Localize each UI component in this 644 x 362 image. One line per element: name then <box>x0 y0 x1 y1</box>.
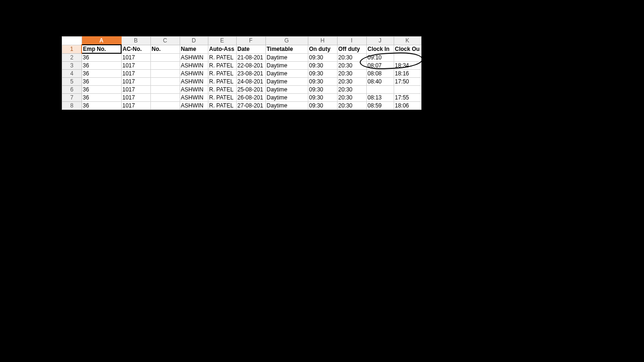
cell[interactable] <box>150 78 180 86</box>
cell-J1[interactable]: Clock In <box>366 45 394 53</box>
grid-table[interactable]: A B C D E F G H I J K 1 Emp No. AC-No. N… <box>62 36 421 110</box>
cell-I1[interactable]: Off duty <box>337 45 366 53</box>
cell[interactable] <box>150 70 180 78</box>
cell-C1[interactable]: No. <box>150 45 180 53</box>
cell[interactable]: 1017 <box>121 94 150 102</box>
cell[interactable] <box>394 86 421 94</box>
cell[interactable]: 26-08-201 <box>236 94 265 102</box>
cell[interactable]: R. PATEL <box>208 94 236 102</box>
cell-G1[interactable]: Timetable <box>265 45 308 53</box>
cell[interactable]: 09:30 <box>308 94 337 102</box>
cell[interactable]: 09:30 <box>308 70 337 78</box>
cell[interactable]: R. PATEL <box>208 102 236 110</box>
cell[interactable]: ASHWIN <box>180 102 208 110</box>
cell-F1[interactable]: Date <box>236 45 265 53</box>
cell[interactable]: 36 <box>82 86 121 94</box>
cell[interactable]: 36 <box>82 62 121 70</box>
cell[interactable]: 17:55 <box>394 94 421 102</box>
col-header-K[interactable]: K <box>394 37 421 45</box>
col-header-I[interactable]: I <box>337 37 366 45</box>
col-header-H[interactable]: H <box>308 37 337 45</box>
cell[interactable]: 09:30 <box>308 86 337 94</box>
cell[interactable]: 36 <box>82 53 121 62</box>
cell-K1[interactable]: Clock Ou <box>394 45 421 53</box>
cell[interactable]: 08:08 <box>366 70 394 78</box>
cell[interactable]: R. PATEL <box>208 62 236 70</box>
cell[interactable]: 1017 <box>121 53 150 62</box>
cell[interactable]: ASHWIN <box>180 78 208 86</box>
cell[interactable]: 36 <box>82 102 121 110</box>
cell[interactable]: ASHWIN <box>180 94 208 102</box>
col-header-F[interactable]: F <box>236 37 265 45</box>
cell-B1[interactable]: AC-No. <box>121 45 150 53</box>
cell[interactable]: 17:50 <box>394 78 421 86</box>
cell[interactable]: 18:34 <box>394 62 421 70</box>
cell[interactable]: 09:10 <box>366 53 394 62</box>
cell[interactable]: 1017 <box>121 102 150 110</box>
cell[interactable]: 23-08-201 <box>236 70 265 78</box>
cell-D1[interactable]: Name <box>180 45 208 53</box>
cell[interactable]: 36 <box>82 70 121 78</box>
cell[interactable]: 20:30 <box>337 94 366 102</box>
cell[interactable]: 20:30 <box>337 53 366 62</box>
cell[interactable]: 09:30 <box>308 53 337 62</box>
cell[interactable]: 18:16 <box>394 70 421 78</box>
row-header-4[interactable]: 4 <box>62 70 82 78</box>
cell[interactable]: 20:30 <box>337 62 366 70</box>
cell[interactable]: 1017 <box>121 86 150 94</box>
cell[interactable]: Daytime <box>265 53 308 62</box>
cell[interactable]: 36 <box>82 78 121 86</box>
cell[interactable]: Daytime <box>265 86 308 94</box>
cell[interactable]: R. PATEL <box>208 78 236 86</box>
cell[interactable]: Daytime <box>265 102 308 110</box>
cell[interactable] <box>394 53 421 62</box>
cell[interactable]: 20:30 <box>337 86 366 94</box>
cell[interactable]: R. PATEL <box>208 70 236 78</box>
col-header-C[interactable]: C <box>150 37 180 45</box>
cell[interactable]: 08:07 <box>366 62 394 70</box>
cell[interactable]: 25-08-201 <box>236 86 265 94</box>
cell[interactable]: 20:30 <box>337 78 366 86</box>
row-header-5[interactable]: 5 <box>62 78 82 86</box>
cell-H1[interactable]: On duty <box>308 45 337 53</box>
cell[interactable]: 08:59 <box>366 102 394 110</box>
cell-A1[interactable]: Emp No. <box>82 45 121 53</box>
cell[interactable]: 09:30 <box>308 102 337 110</box>
cell[interactable]: Daytime <box>265 62 308 70</box>
col-header-J[interactable]: J <box>366 37 394 45</box>
cell[interactable]: 08:40 <box>366 78 394 86</box>
cell[interactable]: 1017 <box>121 62 150 70</box>
cell[interactable]: 21-08-201 <box>236 53 265 62</box>
cell[interactable]: 09:30 <box>308 78 337 86</box>
cell[interactable]: R. PATEL <box>208 86 236 94</box>
cell[interactable]: 18:06 <box>394 102 421 110</box>
col-header-G[interactable]: G <box>265 37 308 45</box>
cell[interactable]: ASHWIN <box>180 53 208 62</box>
select-all-corner[interactable] <box>62 37 82 45</box>
row-header-7[interactable]: 7 <box>62 94 82 102</box>
row-header-3[interactable]: 3 <box>62 62 82 70</box>
cell[interactable] <box>150 62 180 70</box>
cell-E1[interactable]: Auto-Ass <box>208 45 236 53</box>
spreadsheet[interactable]: A B C D E F G H I J K 1 Emp No. AC-No. N… <box>62 36 421 110</box>
cell[interactable]: 1017 <box>121 70 150 78</box>
cell[interactable] <box>150 86 180 94</box>
row-header-8[interactable]: 8 <box>62 102 82 110</box>
cell[interactable]: 27-08-201 <box>236 102 265 110</box>
cell[interactable] <box>150 94 180 102</box>
cell[interactable]: 36 <box>82 94 121 102</box>
cell[interactable]: 09:30 <box>308 62 337 70</box>
cell[interactable]: 22-08-201 <box>236 62 265 70</box>
row-header-6[interactable]: 6 <box>62 86 82 94</box>
cell[interactable]: Daytime <box>265 70 308 78</box>
cell[interactable]: R. PATEL <box>208 53 236 62</box>
cell[interactable]: 1017 <box>121 78 150 86</box>
cell[interactable]: ASHWIN <box>180 86 208 94</box>
cell[interactable] <box>366 86 394 94</box>
cell[interactable] <box>150 53 180 62</box>
cell[interactable] <box>150 102 180 110</box>
row-header-1[interactable]: 1 <box>62 45 82 53</box>
col-header-D[interactable]: D <box>180 37 208 45</box>
cell[interactable]: Daytime <box>265 94 308 102</box>
col-header-E[interactable]: E <box>208 37 236 45</box>
